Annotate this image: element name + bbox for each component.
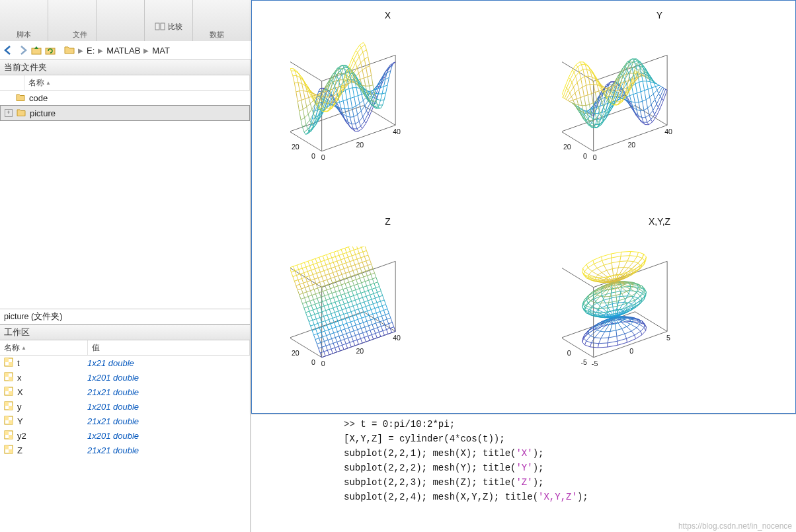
svg-line-2233 bbox=[305, 287, 306, 292]
svg-line-172 bbox=[345, 89, 349, 91]
workspace-header[interactable]: 名称▲ 值 bbox=[0, 340, 250, 356]
svg-line-1685 bbox=[651, 88, 653, 94]
figure-window[interactable]: X-5050204002040Y-5050204002040Z00.510204… bbox=[251, 0, 796, 414]
folder-list-header[interactable]: 名称▲ bbox=[0, 75, 250, 91]
svg-line-2421 bbox=[361, 328, 362, 333]
workspace-row[interactable]: Y21x21 double bbox=[0, 414, 250, 428]
svg-line-1360 bbox=[565, 87, 566, 88]
svg-line-2439 bbox=[368, 336, 369, 340]
svg-line-3323 bbox=[612, 304, 613, 311]
toolstrip-group-data[interactable]: 数据 bbox=[193, 0, 241, 41]
workspace-row[interactable]: x1x201 double bbox=[0, 370, 250, 385]
svg-line-2507 bbox=[366, 296, 368, 301]
column-name-header[interactable]: 名称 bbox=[28, 77, 44, 89]
svg-line-2840 bbox=[608, 306, 617, 308]
svg-line-2206 bbox=[312, 320, 313, 324]
svg-line-1759 bbox=[321, 356, 325, 358]
svg-line-2150 bbox=[331, 256, 335, 258]
subplot[interactable]: Y-5050204002040 bbox=[524, 1, 795, 207]
svg-line-1305 bbox=[576, 62, 580, 65]
svg-line-3448 bbox=[586, 301, 590, 306]
svg-line-2436 bbox=[337, 261, 338, 266]
svg-line-2196 bbox=[292, 277, 294, 282]
svg-line-3339 bbox=[621, 328, 624, 334]
svg-line-1396 bbox=[578, 89, 580, 97]
svg-line-978 bbox=[651, 99, 655, 104]
svg-line-2510 bbox=[361, 283, 362, 287]
toolstrip-label: 脚本 bbox=[17, 30, 31, 40]
svg-line-2167 bbox=[319, 256, 323, 257]
svg-line-3195 bbox=[588, 268, 592, 271]
svg-line-1981 bbox=[311, 304, 315, 305]
folder-list-body[interactable]: code + picture bbox=[0, 91, 250, 309]
svg-line-2879 bbox=[604, 296, 610, 297]
svg-line-1823 bbox=[331, 338, 335, 339]
svg-line-687 bbox=[354, 97, 355, 106]
svg-line-2769 bbox=[618, 302, 623, 303]
workspace-row[interactable]: X21x21 double bbox=[0, 385, 250, 399]
svg-line-1782 bbox=[331, 348, 335, 349]
svg-line-2565 bbox=[380, 301, 381, 306]
svg-line-1801 bbox=[325, 344, 329, 346]
folder-row[interactable]: code bbox=[0, 91, 250, 105]
svg-line-2467 bbox=[358, 299, 360, 303]
svg-line-857 bbox=[368, 77, 369, 86]
svg-line-3155 bbox=[602, 260, 604, 265]
subplot[interactable]: X-5050204002040 bbox=[252, 1, 524, 207]
svg-line-2518 bbox=[348, 247, 350, 251]
svg-line-2376 bbox=[326, 265, 327, 270]
svg-line-2481 bbox=[372, 324, 374, 329]
svg-line-3299 bbox=[608, 331, 610, 337]
command-window[interactable]: >> t = 0:pi/10:2*pi;[X,Y,Z] = cylinder(4… bbox=[251, 414, 796, 532]
svg-line-1958 bbox=[377, 291, 381, 292]
svg-line-2252 bbox=[310, 291, 311, 295]
svg-line-1183 bbox=[578, 105, 582, 106]
svg-line-422 bbox=[362, 50, 366, 52]
subplot[interactable]: X,Y,Z00.51-505-505 bbox=[524, 207, 795, 413]
svg-line-1833 bbox=[368, 324, 372, 326]
expand-icon[interactable]: + bbox=[5, 109, 13, 117]
svg-line-1858 bbox=[385, 313, 389, 315]
workspace-row[interactable]: Z21x21 double bbox=[0, 443, 250, 457]
svg-line-2391 bbox=[337, 286, 338, 291]
svg-rect-1 bbox=[161, 23, 165, 30]
svg-line-3113 bbox=[616, 268, 618, 275]
svg-line-2359 bbox=[353, 341, 354, 346]
breadcrumb-segment[interactable]: MAT bbox=[152, 46, 169, 56]
ws-col-name[interactable]: 名称 bbox=[4, 342, 20, 354]
workspace-table[interactable]: t1x21 doublex1x201 doubleX21x21 doubley1… bbox=[0, 356, 250, 532]
forward-icon[interactable] bbox=[17, 44, 28, 56]
address-bar[interactable]: ▶ E: ▶ MATLAB ▶ MAT bbox=[0, 41, 255, 60]
back-icon[interactable] bbox=[3, 44, 15, 56]
toolstrip-group-compare[interactable]: 比较 bbox=[145, 0, 193, 41]
svg-line-1777 bbox=[388, 332, 392, 334]
svg-line-2999 bbox=[621, 256, 629, 256]
svg-line-1764 bbox=[340, 350, 344, 351]
toolstrip-group-script[interactable]: 脚本 bbox=[0, 0, 48, 41]
svg-line-2860 bbox=[608, 301, 616, 303]
svg-line-1787 bbox=[349, 341, 353, 342]
svg-line-1338 bbox=[564, 98, 565, 99]
svg-line-2212 bbox=[303, 293, 304, 298]
svg-line-1876 bbox=[376, 311, 380, 313]
refresh-folder-icon[interactable] bbox=[44, 44, 56, 56]
svg-line-1335 bbox=[569, 101, 571, 102]
svg-line-1851 bbox=[359, 323, 363, 324]
svg-line-3022 bbox=[592, 256, 601, 260]
svg-line-2536 bbox=[355, 254, 356, 259]
svg-line-1800 bbox=[322, 346, 326, 347]
folder-row[interactable]: + picture bbox=[0, 105, 250, 121]
svg-line-2262 bbox=[330, 334, 331, 339]
workspace-row[interactable]: t1x21 double bbox=[0, 356, 250, 370]
svg-line-462 bbox=[360, 42, 364, 45]
ws-col-value[interactable]: 值 bbox=[88, 340, 250, 355]
breadcrumb-segment[interactable]: MATLAB bbox=[106, 46, 140, 56]
workspace-row[interactable]: y21x201 double bbox=[0, 428, 250, 443]
up-folder-icon[interactable] bbox=[30, 44, 42, 56]
workspace-row[interactable]: y1x201 double bbox=[0, 399, 250, 414]
svg-line-2163 bbox=[304, 261, 308, 262]
subplot[interactable]: Z00.510204002040 bbox=[252, 207, 524, 413]
svg-line-840 bbox=[359, 57, 360, 63]
breadcrumb-segment[interactable]: E: bbox=[87, 46, 95, 56]
toolstrip-group-3[interactable] bbox=[97, 0, 145, 41]
